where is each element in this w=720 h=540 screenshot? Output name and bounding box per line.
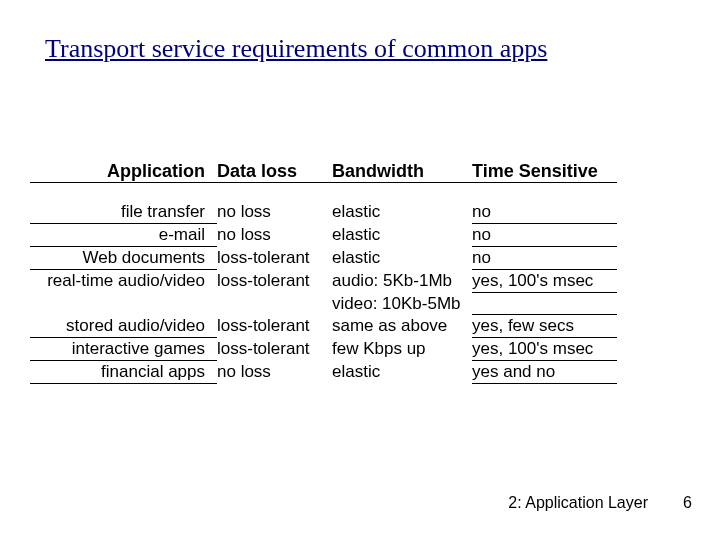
cell-ts: no [472,247,617,270]
cell-loss: no loss [217,224,332,247]
table-row: stored audio/video loss-tolerant same as… [30,315,617,338]
cell-app: Web documents [30,247,217,270]
cell-app: real-time audio/video [30,270,217,293]
cell-ts: yes, 100's msec [472,338,617,361]
cell-loss [217,293,332,315]
slide-title: Transport service requirements of common… [45,34,700,64]
cell-loss: no loss [217,361,332,384]
cell-ts [472,293,617,315]
table-row: e-mail no loss elastic no [30,224,617,247]
header-application: Application [30,160,217,183]
table-row: financial apps no loss elastic yes and n… [30,361,617,384]
footer-chapter: 2: Application Layer [508,494,648,512]
table-row: Web documents loss-tolerant elastic no [30,247,617,270]
cell-bw: elastic [332,247,472,270]
cell-app: financial apps [30,361,217,384]
cell-app [30,293,217,315]
table-header-row: Application Data loss Bandwidth Time Sen… [30,160,617,183]
cell-bw: few Kbps up [332,338,472,361]
header-time-sensitive: Time Sensitive [472,160,617,183]
cell-loss: loss-tolerant [217,247,332,270]
table-row: video: 10Kb-5Mb [30,293,617,315]
cell-ts: yes, 100's msec [472,270,617,293]
cell-bw: video: 10Kb-5Mb [332,293,472,315]
cell-app: stored audio/video [30,315,217,338]
cell-bw: elastic [332,201,472,224]
cell-ts: no [472,224,617,247]
header-data-loss: Data loss [217,160,332,183]
header-bandwidth: Bandwidth [332,160,472,183]
cell-ts: yes, few secs [472,315,617,338]
cell-bw: elastic [332,224,472,247]
cell-bw: audio: 5Kb-1Mb [332,270,472,293]
table-row: interactive games loss-tolerant few Kbps… [30,338,617,361]
table-row: file transfer no loss elastic no [30,201,617,224]
cell-loss: no loss [217,201,332,224]
table-row: real-time audio/video loss-tolerant audi… [30,270,617,293]
footer-page-number: 6 [683,494,692,512]
cell-app: interactive games [30,338,217,361]
cell-loss: loss-tolerant [217,315,332,338]
cell-app: file transfer [30,201,217,224]
cell-app: e-mail [30,224,217,247]
cell-loss: loss-tolerant [217,270,332,293]
cell-loss: loss-tolerant [217,338,332,361]
cell-bw: elastic [332,361,472,384]
requirements-table: Application Data loss Bandwidth Time Sen… [30,160,617,384]
cell-ts: no [472,201,617,224]
cell-ts: yes and no [472,361,617,384]
cell-bw: same as above [332,315,472,338]
